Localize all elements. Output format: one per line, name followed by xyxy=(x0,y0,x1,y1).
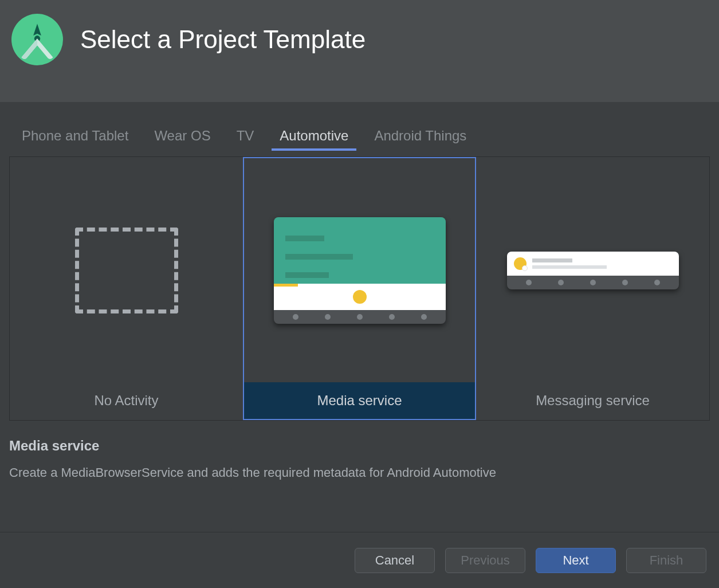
device-mockup xyxy=(274,217,446,324)
platform-tabs: Phone and Tablet Wear OS TV Automotive A… xyxy=(0,102,719,156)
android-studio-logo xyxy=(11,14,63,65)
previous-button[interactable]: Previous xyxy=(445,548,525,573)
wizard-footer: Cancel Previous Next Finish xyxy=(0,532,719,588)
tab-wear-os[interactable]: Wear OS xyxy=(154,128,210,150)
description-text: Create a MediaBrowserService and adds th… xyxy=(9,465,710,480)
cancel-button[interactable]: Cancel xyxy=(355,548,435,573)
finish-button[interactable]: Finish xyxy=(626,548,706,573)
template-preview xyxy=(477,158,708,382)
wizard-title: Select a Project Template xyxy=(80,25,366,54)
template-label: Messaging service xyxy=(477,382,708,419)
tab-android-things[interactable]: Android Things xyxy=(374,128,466,150)
template-label: Media service xyxy=(244,382,475,419)
device-mockup xyxy=(507,252,679,289)
template-description: Media service Create a MediaBrowserServi… xyxy=(0,421,719,497)
description-title: Media service xyxy=(9,438,710,454)
templates-grid: No Activity xyxy=(9,156,710,421)
avatar-icon xyxy=(514,257,527,270)
empty-activity-icon xyxy=(75,228,178,313)
template-label: No Activity xyxy=(11,382,242,419)
template-messaging-service[interactable]: Messaging service xyxy=(476,157,709,420)
wizard-header: Select a Project Template xyxy=(0,0,719,102)
template-preview xyxy=(11,158,242,382)
tab-tv[interactable]: TV xyxy=(237,128,254,150)
wizard-content: Phone and Tablet Wear OS TV Automotive A… xyxy=(0,102,719,497)
play-icon xyxy=(353,290,367,304)
next-button[interactable]: Next xyxy=(536,548,616,573)
tab-phone-and-tablet[interactable]: Phone and Tablet xyxy=(22,128,128,150)
template-media-service[interactable]: Media service xyxy=(243,157,476,420)
template-preview xyxy=(244,158,475,382)
tab-automotive[interactable]: Automotive xyxy=(280,128,348,150)
template-no-activity[interactable]: No Activity xyxy=(10,157,243,420)
compass-icon xyxy=(13,15,62,64)
